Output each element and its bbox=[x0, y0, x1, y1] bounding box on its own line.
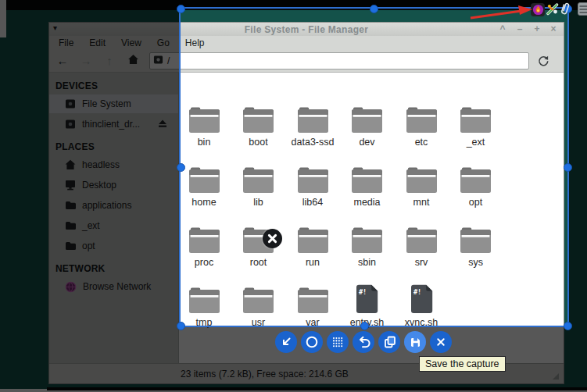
pixelate-tool-button[interactable] bbox=[327, 331, 349, 353]
tray-partial-icon[interactable] bbox=[578, 2, 587, 16]
ellipse-tool-button[interactable] bbox=[301, 331, 323, 353]
color-tool-glyph-icon bbox=[546, 3, 559, 16]
paperclip-glyph-icon bbox=[560, 2, 570, 16]
save-tooltip: Save the capture bbox=[419, 356, 506, 372]
close-icon bbox=[431, 333, 450, 351]
undo-icon bbox=[354, 333, 373, 351]
selection-handle-right-middle[interactable] bbox=[564, 163, 572, 172]
selection-handle-top-left[interactable] bbox=[177, 5, 185, 13]
dim-overlay-left bbox=[0, 9, 181, 326]
undo-button[interactable] bbox=[353, 331, 374, 353]
paperclip-icon[interactable] bbox=[560, 2, 570, 16]
selection-handle-left-middle[interactable] bbox=[177, 163, 185, 172]
selection-handle-bottom-left[interactable] bbox=[177, 322, 185, 330]
red-annotation-arrow bbox=[468, 5, 539, 21]
capture-selection-rectangle[interactable] bbox=[179, 7, 569, 327]
selection-handle-bottom-right[interactable] bbox=[564, 322, 572, 330]
selection-handle-bottom-middle[interactable] bbox=[360, 322, 369, 330]
selection-handle-top-middle[interactable] bbox=[370, 5, 378, 13]
screen: ▾ File System - File Manager ^ – + × Fil… bbox=[0, 0, 587, 392]
save-icon bbox=[406, 333, 424, 351]
cancel-capture-button[interactable] bbox=[430, 331, 452, 353]
tray-screenshot-tool-icon[interactable] bbox=[546, 3, 559, 16]
copy-capture-button[interactable] bbox=[378, 331, 400, 353]
arrow-dl-icon bbox=[277, 333, 295, 351]
copy-icon bbox=[380, 333, 399, 351]
circle-icon bbox=[302, 333, 321, 351]
resize-selection-button[interactable] bbox=[275, 331, 297, 353]
partial-glyph-icon bbox=[578, 4, 587, 14]
dots-icon bbox=[328, 333, 347, 351]
save-capture-button[interactable] bbox=[404, 331, 426, 353]
